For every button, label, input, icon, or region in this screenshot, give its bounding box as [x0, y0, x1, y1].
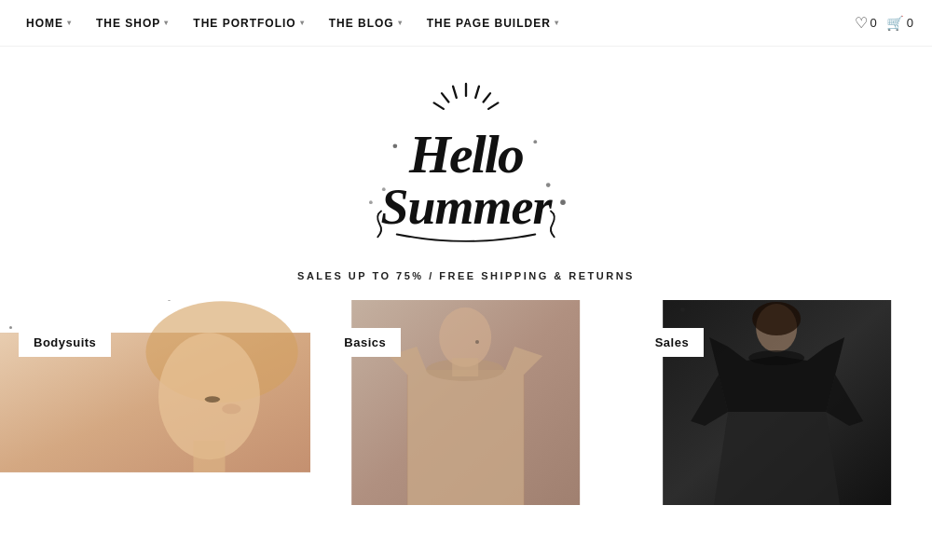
nav-blog-chevron: ▾: [398, 19, 403, 27]
cart-count: 0: [907, 16, 913, 30]
main-nav: HOME ▾ THE SHOP ▾ THE PORTFOLIO ▾ THE BL…: [0, 0, 932, 47]
svg-point-12: [546, 183, 551, 187]
svg-rect-26: [452, 358, 478, 376]
svg-line-5: [488, 102, 498, 109]
hello-summer-logo: Hello Summer: [345, 75, 587, 261]
heart-icon: ♡: [855, 14, 868, 32]
svg-point-30: [748, 350, 804, 365]
nav-builder-chevron: ▾: [555, 19, 559, 27]
hero-tagline: SALES UP TO 75% / FREE SHIPPING & RETURN…: [297, 270, 635, 281]
nav-shop-chevron: ▾: [164, 19, 169, 27]
svg-point-9: [393, 143, 398, 148]
nav-right: ♡ 0 🛒 0: [855, 14, 913, 32]
product-card-basics[interactable]: Basics: [310, 300, 621, 505]
wishlist-count: 0: [870, 16, 877, 30]
nav-item-portfolio[interactable]: THE PORTFOLIO ▾: [185, 12, 311, 34]
nav-portfolio-chevron: ▾: [300, 19, 305, 27]
svg-point-13: [560, 199, 566, 205]
nav-item-home[interactable]: HOME ▾: [19, 12, 79, 34]
nav-blog-label: THE BLOG: [329, 17, 394, 30]
svg-line-1: [475, 87, 479, 98]
product-label-sales: Sales: [640, 328, 704, 357]
wishlist-button[interactable]: ♡ 0: [855, 14, 877, 32]
product-label-bodysuits: Bodysuits: [19, 328, 111, 357]
svg-line-3: [453, 87, 457, 98]
svg-line-6: [434, 102, 444, 109]
product-card-sales[interactable]: Sales: [622, 300, 932, 505]
cart-button[interactable]: 🛒 0: [886, 15, 913, 32]
nav-builder-label: THE PAGE BUILDER: [427, 17, 551, 30]
svg-line-4: [442, 93, 448, 102]
svg-point-14: [369, 200, 373, 204]
svg-text:Summer: Summer: [381, 179, 554, 235]
hero-section: Hello Summer SALES UP TO 75% / FREE SHIP…: [0, 47, 932, 300]
nav-item-shop[interactable]: THE SHOP ▾: [89, 12, 176, 34]
svg-point-21: [222, 403, 240, 414]
svg-point-10: [533, 140, 537, 143]
nav-item-blog[interactable]: THE BLOG ▾: [322, 12, 410, 34]
nav-portfolio-label: THE PORTFOLIO: [193, 17, 295, 30]
nav-home-label: HOME: [26, 17, 63, 30]
nav-item-builder[interactable]: THE PAGE BUILDER ▾: [419, 12, 567, 34]
svg-point-19: [158, 333, 260, 459]
svg-point-29: [752, 302, 801, 335]
svg-text:Hello: Hello: [408, 125, 523, 184]
svg-point-11: [382, 187, 386, 191]
svg-rect-20: [193, 441, 225, 472]
svg-point-22: [205, 396, 220, 403]
nav-left: HOME ▾ THE SHOP ▾ THE PORTFOLIO ▾ THE BL…: [19, 12, 567, 34]
nav-home-chevron: ▾: [67, 19, 72, 27]
product-card-bodysuits[interactable]: Bodysuits: [0, 300, 310, 505]
product-grid: Bodysuits Basics: [0, 300, 932, 505]
nav-shop-label: THE SHOP: [96, 17, 160, 30]
cart-icon: 🛒: [886, 15, 904, 32]
svg-line-2: [484, 93, 490, 102]
product-label-basics: Basics: [329, 328, 401, 357]
